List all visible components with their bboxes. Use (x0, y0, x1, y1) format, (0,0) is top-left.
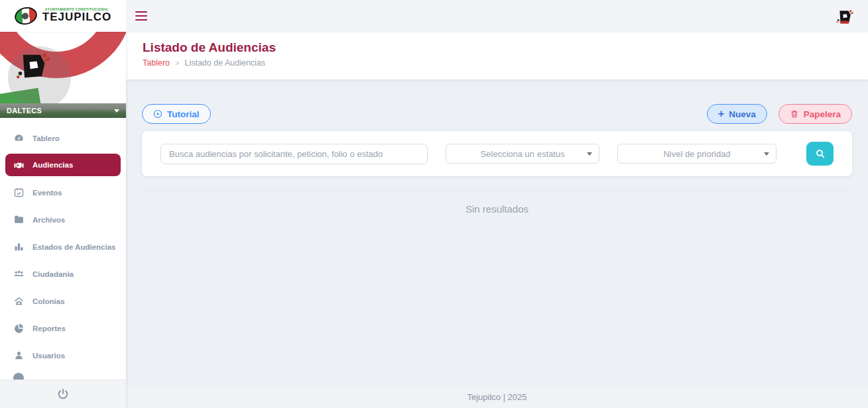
sidebar-item-label: Archivos (32, 216, 65, 224)
brand-title: TEJUPILCO (42, 11, 111, 24)
sidebar-item-tablero[interactable]: Tablero (0, 125, 126, 152)
community-icon (13, 295, 25, 307)
bar-chart-icon (13, 241, 25, 252)
sidebar: DALTECS Tablero Audiencias Eventos Archi… (0, 32, 126, 408)
sidebar-item-ciudadania[interactable]: Ciudadania (0, 260, 126, 287)
sidebar-profile-card: DALTECS (0, 32, 126, 118)
chevron-down-icon (587, 152, 592, 156)
priority-select-value: Nivel de prioridad (663, 149, 730, 159)
nueva-button[interactable]: + Nueva (707, 104, 767, 124)
pie-chart-icon (13, 323, 25, 334)
footer-text: Tejupilco | 2025 (467, 392, 527, 402)
search-button[interactable] (806, 142, 834, 166)
sidebar-menu: Tablero Audiencias Eventos Archivos Esta… (0, 118, 126, 369)
trash-icon (790, 109, 799, 119)
sidebar-item-label: Estados de Audiencias (32, 243, 115, 251)
sidebar-item-eventos[interactable]: Eventos (0, 179, 126, 206)
main-area: Listado de Audiencias Tablero > Listado … (126, 32, 868, 408)
app-window: AYUNTAMIENTO CONSTITUCIONAL TEJUPILCO (0, 0, 868, 408)
chevron-down-icon (114, 109, 119, 113)
sidebar-item-label: Tablero (32, 134, 60, 142)
org-name: DALTECS (7, 107, 42, 115)
sidebar-item-audiencias[interactable]: Audiencias (5, 154, 121, 176)
sidebar-item-label: Colonias (32, 297, 65, 305)
logout-power-icon[interactable] (56, 387, 70, 401)
sidebar-item-colonias[interactable]: Colonias (0, 287, 126, 315)
municipality-logo-icon (13, 5, 38, 26)
page-title: Listado de Audiencias (143, 40, 868, 55)
user-icon (13, 350, 25, 361)
status-select-value: Selecciona un estatus (480, 149, 564, 159)
filter-card: Selecciona un estatus Nivel de prioridad (142, 131, 852, 176)
sidebar-item-label: Audiencias (32, 161, 73, 169)
sidebar-item-estados-de-audiencias[interactable]: Estados de Audiencias (0, 233, 126, 260)
toolbar: Tutorial + Nueva Papelera (142, 104, 852, 124)
menu-toggle-icon[interactable] (135, 11, 147, 21)
empty-results-message: Sin resultados (126, 203, 868, 215)
page-header: Listado de Audiencias Tablero > Listado … (126, 32, 868, 79)
brand-area[interactable]: AYUNTAMIENTO CONSTITUCIONAL TEJUPILCO (0, 0, 126, 32)
papelera-label: Papelera (804, 109, 841, 119)
chevron-down-icon (764, 152, 769, 156)
tutorial-label: Tutorial (167, 109, 200, 119)
status-select[interactable]: Selecciona un estatus (446, 144, 599, 164)
sidebar-footer (0, 380, 126, 408)
topbar: AYUNTAMIENTO CONSTITUCIONAL TEJUPILCO (0, 0, 868, 32)
breadcrumb-separator: > (175, 59, 179, 67)
gauge-icon (13, 132, 25, 144)
plus-icon: + (718, 109, 724, 119)
search-icon (815, 148, 826, 159)
sidebar-item-reportes[interactable]: Reportes (0, 315, 126, 342)
sidebar-item-label: Eventos (32, 189, 62, 197)
nueva-label: Nueva (729, 109, 756, 119)
sidebar-item-label: Reportes (32, 325, 66, 332)
breadcrumb-home-link[interactable]: Tablero (143, 58, 170, 68)
tutorial-button[interactable]: Tutorial (142, 104, 211, 124)
breadcrumb-current: Listado de Audiencias (184, 58, 265, 68)
search-input[interactable] (160, 144, 428, 164)
sidebar-item-archivos[interactable]: Archivos (0, 206, 126, 233)
folder-icon (13, 214, 25, 225)
main-footer: Tejupilco | 2025 (126, 386, 868, 408)
papelera-button[interactable]: Papelera (778, 104, 852, 124)
calendar-check-icon (13, 187, 25, 198)
sidebar-item-label: Ciudadania (32, 270, 74, 278)
handshake-icon (13, 160, 25, 171)
sidebar-item-label: Usuarios (32, 352, 65, 360)
content-area: Tutorial + Nueva Papelera Selecciona (126, 79, 868, 386)
sidebar-item-usuarios[interactable]: Usuarios (0, 342, 126, 369)
org-selector[interactable]: DALTECS (0, 103, 126, 118)
people-icon (13, 268, 25, 280)
user-avatar-logo[interactable] (836, 8, 853, 24)
breadcrumb: Tablero > Listado de Audiencias (143, 58, 868, 68)
content-divider (142, 190, 852, 191)
daltecs-logo-icon (16, 49, 50, 83)
play-circle-icon (153, 109, 162, 119)
priority-select[interactable]: Nivel de prioridad (617, 144, 776, 164)
